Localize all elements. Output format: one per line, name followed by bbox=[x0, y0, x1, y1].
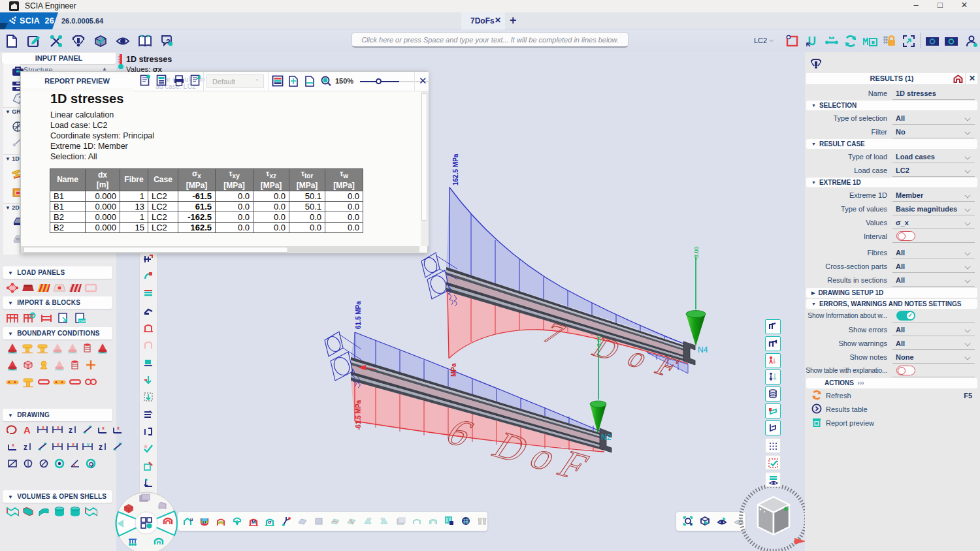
svg-text:-3.00: -3.00 bbox=[693, 246, 700, 260]
svg-text:v: v bbox=[87, 442, 90, 447]
svg-text:z: z bbox=[99, 443, 103, 452]
svg-text:x: x bbox=[102, 426, 105, 430]
svg-text:Q: Q bbox=[89, 461, 93, 467]
svg-text:x: x bbox=[117, 426, 120, 430]
svg-text:N2: N2 bbox=[601, 433, 612, 442]
svg-text:A: A bbox=[24, 424, 31, 435]
svg-text:MPa: MPa bbox=[450, 363, 457, 377]
svg-text:DWG: DWG bbox=[79, 319, 86, 323]
svg-text:u: u bbox=[190, 517, 193, 522]
svg-text:x: x bbox=[57, 442, 59, 447]
svg-text:x: x bbox=[57, 425, 59, 430]
svg-text:-61.5 MPa: -61.5 MPa bbox=[355, 400, 362, 430]
svg-text:U: U bbox=[203, 520, 206, 525]
svg-text:x: x bbox=[72, 442, 74, 447]
svg-text:M: M bbox=[252, 519, 256, 525]
svg-text:σ: σ bbox=[268, 519, 272, 525]
svg-text:x: x bbox=[42, 425, 44, 430]
svg-text:x: x bbox=[12, 443, 14, 447]
svg-text:I: I bbox=[144, 427, 146, 437]
svg-text:61.5 MPa: 61.5 MPa bbox=[355, 301, 362, 329]
svg-text:162.5 MPa: 162.5 MPa bbox=[452, 153, 459, 185]
svg-text:N4: N4 bbox=[698, 345, 708, 354]
svg-text:z: z bbox=[24, 443, 27, 452]
svg-text:z: z bbox=[69, 426, 73, 435]
svg-text:-3.00: -3.00 bbox=[596, 335, 602, 349]
